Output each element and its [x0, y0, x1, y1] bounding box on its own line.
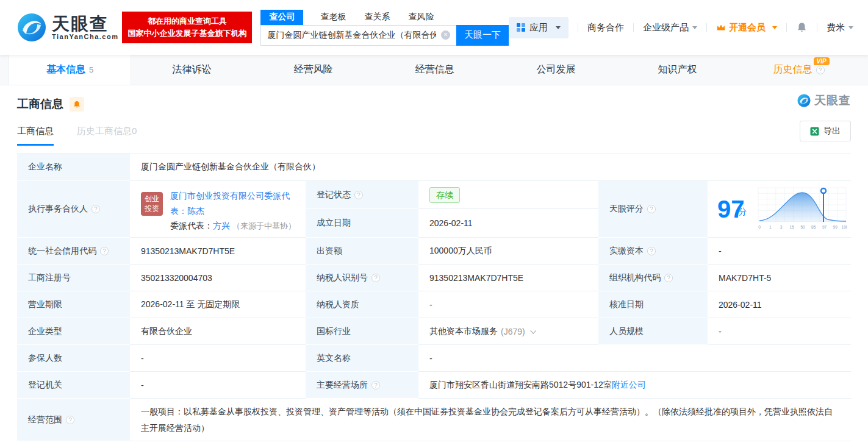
- vc-tag: 创业 投资: [141, 192, 163, 216]
- nav-enterprise-products[interactable]: 企业级产品: [643, 22, 697, 34]
- industry-code: (J679): [501, 327, 525, 336]
- help-icon[interactable]: [816, 66, 825, 74]
- monitor-bell-icon[interactable]: [70, 97, 84, 112]
- field-label-staff-size: 人员规模: [598, 318, 708, 345]
- field-value-industry: 其他资本市场服务 (J679): [418, 318, 598, 345]
- field-label-executive-partner: 执行事务合伙人: [17, 181, 130, 238]
- delegate-name-link[interactable]: 方兴: [213, 221, 230, 230]
- tianyancha-swirl-icon: [17, 13, 46, 42]
- field-label-capital: 出资额: [306, 238, 418, 265]
- search-block: 查公司 查老板 查关系 查风险 天眼一下: [260, 10, 509, 46]
- tab-company-development[interactable]: 公司发展: [495, 55, 617, 85]
- field-value-org-code: MAK7D7HT-5: [708, 265, 851, 291]
- caret-down-icon: [848, 26, 853, 29]
- divider: [786, 23, 787, 32]
- field-value-approval-date: 2026-02-11: [708, 291, 851, 318]
- tab-legal-proceedings[interactable]: 法律诉讼: [131, 55, 253, 85]
- field-label-taxpayer-qualification: 纳税人资质: [306, 291, 418, 318]
- partner-company-link[interactable]: 厦门市创业投资有限公司委派代表：陈杰: [170, 191, 290, 216]
- enterprise-products-label: 企业级产品: [643, 22, 689, 34]
- tianyancha-swirl-icon: [797, 94, 811, 107]
- svg-text:99: 99: [833, 225, 838, 229]
- svg-text:1: 1: [769, 225, 771, 229]
- search-input-wrap: [260, 25, 456, 46]
- search-tab-risk[interactable]: 查风险: [407, 10, 435, 25]
- tianyancha-logo[interactable]: 天眼查 TianYanCha.com: [17, 13, 118, 42]
- svg-text:85: 85: [811, 225, 816, 229]
- field-value-main-premises: 厦门市翔安区香山街道翔安南路5012号901-12室 附近公司: [418, 372, 851, 399]
- apps-label: 应用: [529, 22, 548, 34]
- svg-text:0: 0: [758, 225, 761, 229]
- search-tab-relation[interactable]: 查关系: [363, 10, 391, 25]
- field-value-registration-status: 存续: [418, 181, 598, 209]
- divider: [633, 23, 634, 32]
- divider: [706, 23, 707, 32]
- nav-cooperation[interactable]: 商务合作: [587, 22, 624, 34]
- svg-text:97: 97: [822, 225, 827, 229]
- status-badge: 存续: [429, 187, 460, 203]
- tab-history-info[interactable]: 历史信息 VIP: [738, 55, 859, 85]
- help-icon[interactable]: [647, 247, 656, 255]
- caret-down-icon: [692, 26, 697, 29]
- field-label-industry: 国标行业: [306, 318, 418, 345]
- basic-info-count: 5: [89, 65, 93, 74]
- brand-domain: TianYanCha.com: [52, 33, 118, 40]
- notifications-bell-icon[interactable]: [796, 22, 808, 33]
- help-icon[interactable]: [66, 416, 74, 424]
- field-value-company-name: 厦门金圆产业链创新基金合伙企业（有限合伙）: [130, 154, 851, 181]
- company-tabbar: 基本信息 5 法律诉讼 经营风险 经营信息 公司发展 知识产权 历史信息 VIP: [0, 55, 868, 85]
- search-button[interactable]: 天眼一下: [456, 25, 509, 46]
- search-input[interactable]: [261, 30, 441, 40]
- caret-down-icon: [556, 26, 561, 29]
- apps-menu[interactable]: 应用: [509, 17, 569, 38]
- field-value-establish-date: 2026-02-11: [418, 209, 598, 238]
- field-label-uscc: 统一社会信用代码: [17, 238, 130, 265]
- field-label-establish-date: 成立日期: [306, 209, 418, 238]
- tab-intellectual-property[interactable]: 知识产权: [617, 55, 738, 85]
- field-label-tianyan-score: 天眼评分: [598, 181, 708, 238]
- field-label-company-name: 企业名称: [17, 154, 130, 181]
- subtab-business-info[interactable]: 工商信息: [17, 126, 54, 146]
- chevron-down-icon[interactable]: [530, 328, 536, 334]
- help-icon[interactable]: [91, 205, 100, 213]
- help-icon[interactable]: [100, 247, 109, 255]
- field-value-english-name: -: [418, 345, 851, 372]
- subtab-history-business-info[interactable]: 历史工商信息0: [77, 126, 137, 146]
- top-header: 天眼查 TianYanCha.com 都在用的商业查询工具 国家中小企业发展子基…: [0, 0, 868, 55]
- help-icon[interactable]: [371, 381, 380, 389]
- promo-banner: 都在用的商业查询工具 国家中小企业发展子基金旗下机构: [122, 12, 252, 43]
- crown-icon: [716, 23, 726, 32]
- open-vip-button[interactable]: 开通会员: [716, 22, 777, 34]
- help-icon[interactable]: [647, 205, 656, 213]
- field-label-main-premises: 主要经营场所: [306, 372, 418, 399]
- nearby-companies-link[interactable]: 附近公司: [612, 380, 646, 391]
- search-tabs: 查公司 查老板 查关系 查风险: [260, 10, 509, 25]
- divider: [578, 23, 578, 32]
- tab-operation-risk[interactable]: 经营风险: [253, 55, 374, 85]
- field-value-insured-count: -: [130, 345, 306, 372]
- section-title: 工商信息: [17, 96, 63, 112]
- export-button[interactable]: 导出: [800, 121, 851, 141]
- help-icon[interactable]: [371, 274, 380, 282]
- svg-text:3: 3: [780, 225, 782, 229]
- help-icon[interactable]: [664, 274, 673, 282]
- field-value-taxpayer-qualification: -: [418, 291, 598, 318]
- subtabs: 工商信息 历史工商信息0: [17, 126, 851, 146]
- field-label-english-name: 英文名称: [306, 345, 418, 372]
- field-label-paid-capital: 实缴资本: [598, 238, 708, 265]
- excel-icon: [810, 127, 819, 136]
- user-menu[interactable]: 费米: [827, 22, 853, 34]
- brand-name: 天眼查: [52, 15, 118, 33]
- search-tab-company[interactable]: 查公司: [260, 10, 303, 25]
- field-value-registration-number: 350213320004703: [130, 265, 306, 291]
- top-nav: 应用 商务合作 企业级产品 开通会员 费米: [509, 17, 853, 38]
- tab-operation-info[interactable]: 经营信息: [374, 55, 495, 85]
- help-icon[interactable]: [354, 191, 363, 199]
- clear-search-icon[interactable]: [441, 30, 450, 40]
- field-value-executive-partner: 创业 投资 厦门市创业投资有限公司委派代表：陈杰 委派代表：方兴 （来源于中基协…: [130, 181, 306, 238]
- svg-text:100: 100: [841, 225, 847, 229]
- svg-text:50: 50: [800, 225, 805, 229]
- tab-basic-info[interactable]: 基本信息 5: [9, 55, 131, 85]
- field-value-company-type: 有限合伙企业: [130, 318, 306, 345]
- search-tab-boss[interactable]: 查老板: [319, 10, 347, 25]
